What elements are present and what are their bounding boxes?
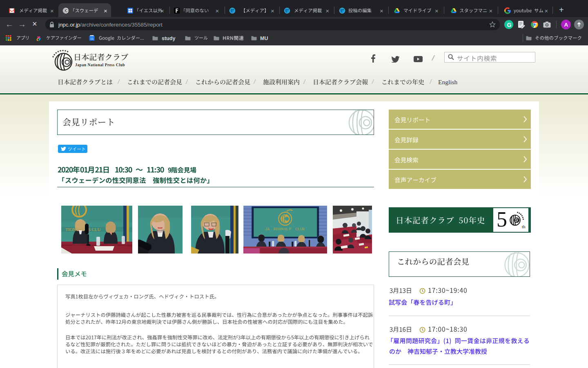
svg-text:11: 11 <box>90 37 94 40</box>
svg-text:JA ATIONAL P CLUB: JA ATIONAL P CLUB <box>265 227 304 231</box>
